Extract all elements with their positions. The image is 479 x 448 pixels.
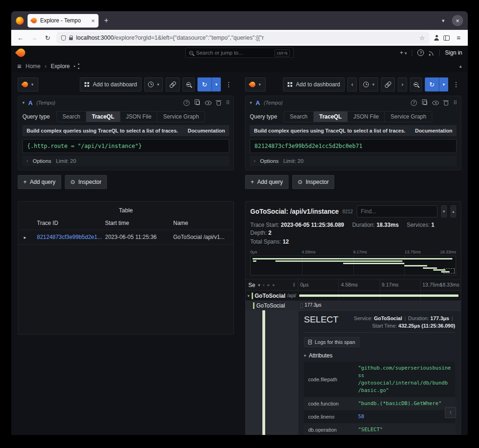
delete-query-icon[interactable] (444, 101, 448, 105)
split-link-button[interactable] (381, 77, 395, 91)
url-bar[interactable]: localhost:3000/explore?orgId=1&left={"da… (56, 32, 430, 44)
tab-service-graph[interactable]: Service Graph (385, 111, 432, 122)
span-track[interactable]: 177.3μs (298, 301, 461, 310)
service-operation-column-header[interactable]: Se ▾ › » » ‖ (246, 280, 298, 290)
share-icon[interactable] (74, 63, 79, 69)
trace-id-link[interactable]: 82124873cf3e99b5d2e1... (37, 234, 105, 240)
list-tabs-icon[interactable]: ▾ (442, 18, 444, 24)
time-shift-back-button[interactable]: ‹ (347, 77, 357, 91)
collapse-query-icon[interactable]: ▾ (250, 100, 252, 105)
new-tab-button[interactable]: + (102, 16, 110, 25)
run-query-button[interactable]: ↻ ▾ (425, 77, 448, 91)
zoom-out-button[interactable] (410, 77, 422, 91)
toggle-visibility-icon[interactable] (205, 101, 211, 105)
span-duration-bar[interactable] (301, 303, 303, 308)
add-to-dashboard-button[interactable]: Add to dashboard (283, 77, 345, 91)
add-query-button[interactable]: + Add query (245, 175, 289, 189)
time-picker-button[interactable]: ▾ (144, 77, 163, 91)
span-label[interactable]: ▾ GoToSocial /api/ (246, 293, 298, 299)
lock-icon[interactable] (69, 37, 73, 40)
run-query-button[interactable]: ↻ ▾ (197, 77, 221, 91)
span-duration-bar[interactable] (299, 294, 458, 297)
trace-minimap[interactable]: 0μs 4.58ms 9.17ms 13.75ms 18.33ms (250, 250, 456, 275)
duplicate-query-icon[interactable] (196, 101, 200, 105)
expand-all-icon[interactable]: » (267, 283, 269, 287)
row-expander-icon[interactable]: ▸ (24, 235, 37, 240)
options-row[interactable]: › Options Limit: 20 (22, 156, 229, 166)
tab-traceql[interactable]: TraceQL (314, 111, 348, 122)
zoom-out-button[interactable] (183, 77, 195, 91)
news-icon[interactable] (429, 50, 434, 56)
inspector-button[interactable]: ⊙ Inspector (65, 175, 107, 189)
traceql-query-input[interactable]: 82124873cf3e99b5d2e1cc5d2bc0eb71 (250, 139, 457, 153)
tab-search[interactable]: Search (284, 111, 314, 122)
collapse-nav-icon[interactable]: ▴ (459, 63, 462, 69)
tab-close-icon[interactable]: × (91, 17, 95, 24)
run-query-interval-caret[interactable]: ▾ (211, 77, 221, 91)
toggle-visibility-icon[interactable] (432, 101, 439, 105)
attributes-accordion[interactable]: ▾ Attributes (304, 350, 455, 362)
account-icon[interactable] (434, 35, 439, 41)
pane-menu-button[interactable]: ⋮ (224, 81, 234, 88)
browser-tab[interactable]: Explore - Tempo × (28, 14, 99, 28)
collapse-query-icon[interactable]: ▾ (22, 100, 25, 105)
global-search[interactable]: ctrl+k (185, 48, 294, 58)
run-query-interval-caret[interactable]: ▾ (439, 77, 448, 91)
bookmark-star-icon[interactable]: ☆ (419, 35, 425, 42)
time-picker-button[interactable]: ▾ (359, 77, 378, 91)
span-row-root[interactable]: ▾ GoToSocial /api/ (246, 291, 461, 301)
collapse-all-icon[interactable]: » (271, 284, 276, 286)
datasource-picker[interactable]: ▾ (18, 77, 38, 91)
tab-search[interactable]: Search (56, 111, 86, 122)
minimap-canvas[interactable] (250, 256, 456, 275)
table-row[interactable]: ▸ 82124873cf3e99b5d2e1... 2023-06-05 11:… (18, 230, 233, 245)
breadcrumb-home[interactable]: Home (26, 63, 41, 70)
find-prev-button[interactable]: ▴ (451, 205, 456, 217)
collapse-span-icon[interactable]: ▾ (247, 294, 250, 298)
find-input[interactable] (357, 205, 437, 217)
column-resizer-handle[interactable]: ‖ (293, 282, 295, 287)
scroll-to-top-button[interactable]: ↑ (445, 407, 456, 418)
tab-traceql[interactable]: TraceQL (86, 111, 120, 122)
back-icon[interactable]: ← (16, 34, 25, 42)
search-input[interactable] (196, 50, 272, 56)
chevron-down-icon[interactable]: ▾ (258, 283, 261, 287)
time-shift-forward-button[interactable]: › (398, 77, 407, 91)
duplicate-query-icon[interactable] (423, 101, 427, 105)
help-icon[interactable]: ? (417, 49, 424, 56)
options-row[interactable]: › Options Limit: 20 (250, 156, 457, 166)
drag-handle-icon[interactable]: ⠿ (453, 100, 457, 106)
tab-service-graph[interactable]: Service Graph (157, 111, 205, 122)
column-start-time[interactable]: Start time (105, 220, 173, 226)
column-trace-id[interactable]: Trace ID (37, 220, 105, 226)
documentation-link[interactable]: Documentation (188, 128, 225, 133)
expand-one-icon[interactable]: › (263, 283, 264, 287)
tab-json-file[interactable]: JSON File (348, 111, 385, 122)
column-name[interactable]: Name (173, 220, 228, 226)
app-menu-icon[interactable]: ≡ (454, 34, 463, 42)
tracking-shield-icon[interactable] (61, 35, 66, 41)
traceql-query-input[interactable]: {.http.route = "/api/v1/instance"} (22, 139, 229, 153)
delete-query-icon[interactable] (217, 101, 221, 105)
tab-json-file[interactable]: JSON File (120, 111, 158, 122)
mega-menu-icon[interactable]: ≡ (17, 62, 21, 70)
documentation-link[interactable]: Documentation (415, 128, 452, 133)
grafana-logo[interactable] (15, 47, 27, 58)
inspector-button[interactable]: ⊙ Inspector (292, 175, 334, 189)
add-query-button[interactable]: + Add query (18, 175, 61, 189)
logs-for-span-button[interactable]: Logs for this span (304, 337, 359, 347)
forward-icon[interactable]: → (29, 34, 39, 42)
library-icon[interactable] (444, 35, 450, 41)
new-menu-button[interactable]: + ▾ (400, 49, 407, 56)
add-to-dashboard-button[interactable]: Add to dashboard (80, 77, 142, 91)
reload-icon[interactable]: ↻ (43, 34, 52, 42)
run-query-sync[interactable]: ↻ (425, 77, 439, 91)
drag-handle-icon[interactable]: ⠿ (226, 100, 229, 106)
help-icon[interactable]: ? (411, 100, 417, 106)
help-icon[interactable]: ? (183, 100, 190, 106)
span-label[interactable]: GoToSocial (246, 302, 298, 309)
run-query-sync[interactable]: ↻ (197, 77, 211, 91)
sign-in-link[interactable]: Sign in (445, 49, 462, 56)
find-next-button[interactable]: ▾ (441, 205, 447, 217)
split-link-button[interactable] (166, 77, 180, 91)
